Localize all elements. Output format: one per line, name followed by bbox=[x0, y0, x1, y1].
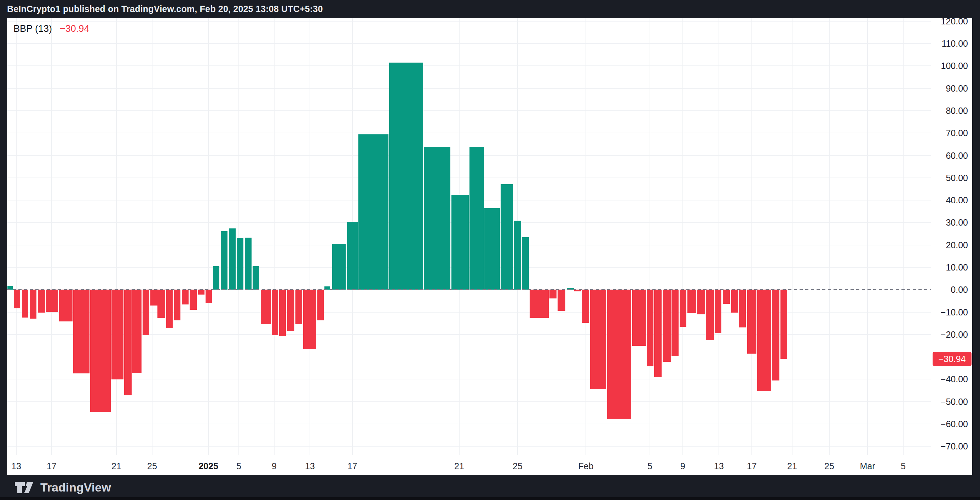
tradingview-logo-icon[interactable] bbox=[14, 480, 34, 495]
tradingview-brand-text[interactable]: TradingView bbox=[40, 481, 111, 494]
left-frame bbox=[0, 18, 7, 475]
attribution-title: BeInCrypto1 published on TradingView.com… bbox=[7, 4, 323, 14]
footer-bar: TradingView bbox=[0, 475, 980, 500]
attribution-header: BeInCrypto1 published on TradingView.com… bbox=[0, 0, 980, 18]
price-scale-axis[interactable] bbox=[931, 18, 972, 455]
time-scale-axis[interactable] bbox=[7, 455, 972, 475]
footer-bottom-strip bbox=[0, 497, 980, 500]
tradingview-chart-snapshot: BeInCrypto1 published on TradingView.com… bbox=[0, 0, 980, 500]
chart-pane[interactable] bbox=[7, 18, 931, 455]
right-frame bbox=[972, 18, 980, 475]
